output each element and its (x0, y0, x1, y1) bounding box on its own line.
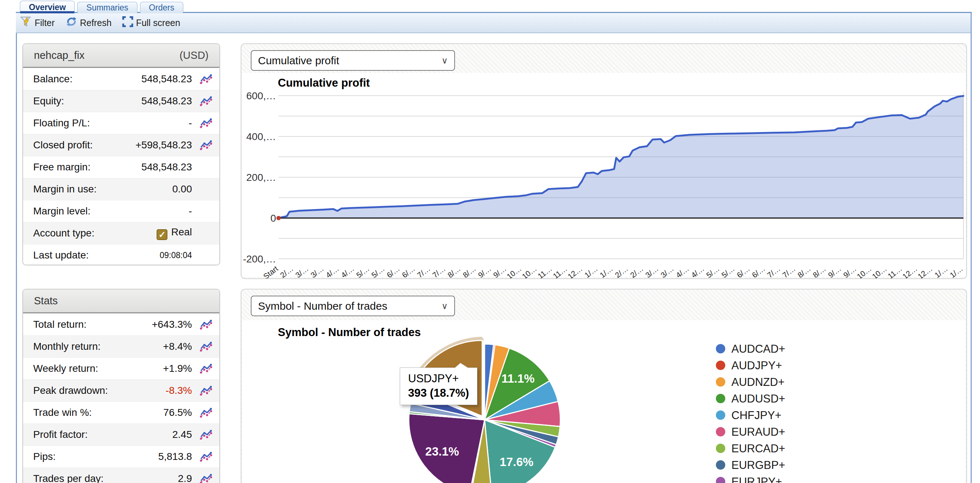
row-value: 2.45 (172, 429, 192, 440)
tooltip-value: 393 (18.7%) (408, 387, 469, 400)
table-row: Peak drawdown: -8.3% (23, 379, 220, 402)
svg-text:600,…: 600,… (247, 90, 277, 102)
series-start-dot (277, 216, 281, 220)
content-left-border (16, 12, 17, 483)
svg-text:EURAUD+: EURAUD+ (732, 426, 785, 438)
row-value: 0.00 (172, 183, 192, 195)
table-row: Floating P/L: - (23, 112, 220, 134)
fullscreen-label: Full screen (136, 18, 180, 28)
row-label: Account type: (33, 228, 157, 239)
stats-panel: Stats Total return: +643.3% Monthly retu… (22, 289, 220, 483)
svg-text:200,…: 200,… (247, 172, 277, 183)
real-account-checkbox-icon: ✓ (157, 229, 167, 240)
pie-chart-panel: 11.1%17.6%23.1%18.7% AUDCAD+ AUDJPY+ AUD… (241, 289, 967, 483)
tab-summaries[interactable]: Summaries (77, 2, 137, 13)
mini-chart-icon[interactable] (199, 73, 213, 85)
row-label: Equity: (33, 95, 142, 107)
tooltip-symbol: USDJPY+ (408, 372, 469, 385)
row-label: Free margin: (33, 161, 142, 173)
svg-text:400,…: 400,… (247, 131, 277, 142)
svg-text:CHFJPY+: CHFJPY+ (732, 409, 781, 422)
table-row: Margin in use: 0.00 (23, 178, 220, 200)
svg-text:AUDUSD+: AUDUSD+ (732, 392, 785, 405)
account-name: nehcap_fix (34, 49, 84, 61)
stats-panel-header: Stats (23, 290, 220, 313)
mini-chart-icon[interactable] (199, 385, 213, 396)
tab-orders[interactable]: Orders (140, 2, 183, 13)
table-row: Monthly return: +8.4% (23, 335, 220, 357)
tab-bar: OverviewSummariesOrders (20, 1, 183, 13)
svg-text:AUDJPY+: AUDJPY+ (732, 359, 782, 372)
mini-chart-icon[interactable] (199, 117, 213, 129)
row-label: Total return: (33, 319, 152, 330)
mini-chart-icon[interactable] (199, 363, 213, 375)
svg-text:EURCAD+: EURCAD+ (732, 442, 785, 455)
row-value: +643.3% (152, 319, 192, 330)
table-row: Trades per day: 2.9 (23, 467, 220, 483)
fullscreen-icon (123, 16, 133, 29)
row-icon-slot (197, 471, 215, 483)
row-icon-slot (197, 361, 215, 376)
mini-chart-icon[interactable] (199, 319, 213, 330)
refresh-label: Refresh (80, 18, 112, 28)
svg-text:0: 0 (270, 213, 276, 224)
pie-chart-select[interactable]: Symbol - Number of trades ∨ (251, 296, 455, 316)
row-label: Pips: (33, 451, 158, 462)
filter-icon (20, 16, 32, 30)
row-value: 76.5% (164, 407, 192, 418)
profit-chart-select[interactable]: Cumulative profit ∨ (251, 50, 455, 71)
table-row: Account type: ✓Real (23, 222, 220, 244)
row-icon-slot (197, 182, 215, 197)
refresh-button[interactable]: Refresh (66, 16, 112, 30)
pie-tooltip: USDJPY+ 393 (18.7%) (400, 368, 477, 405)
row-icon-slot (197, 115, 215, 131)
row-value: 548,548.23 (142, 73, 192, 85)
row-value: +598,548.23 (136, 139, 192, 151)
symbol-pie-chart: 11.1%17.6%23.1%18.7% AUDCAD+ AUDJPY+ AUD… (242, 290, 966, 483)
pie-chart-title: Symbol - Number of trades (278, 326, 421, 339)
row-icon-slot (197, 405, 215, 420)
mini-chart-icon[interactable] (199, 451, 213, 462)
row-label: Floating P/L: (33, 117, 189, 129)
svg-text:AUDCAD+: AUDCAD+ (732, 343, 785, 355)
fullscreen-button[interactable]: Full screen (123, 16, 180, 29)
row-label: Profit factor: (33, 429, 172, 440)
table-row: Last update: 09:08:04 (23, 244, 220, 265)
mini-chart-icon[interactable] (199, 341, 213, 352)
row-icon-slot (197, 427, 215, 442)
row-icon-slot (197, 449, 215, 464)
table-row: Weekly return: +1.9% (23, 357, 220, 379)
table-row: Total return: +643.3% (23, 313, 220, 335)
tooltip-pointer (455, 363, 468, 368)
row-label: Last update: (33, 249, 159, 261)
row-icon-slot (197, 226, 215, 241)
mini-chart-icon[interactable] (199, 95, 213, 107)
row-icon-slot (197, 137, 215, 153)
profit-chart-select-value: Cumulative profit (258, 54, 339, 67)
row-label: Trade win %: (33, 407, 164, 418)
row-icon-slot (197, 248, 215, 263)
row-value: ✓Real (157, 226, 192, 240)
stats-rows: Total return: +643.3% Monthly return: +8… (23, 313, 220, 483)
mini-chart-icon[interactable] (199, 407, 213, 418)
tab-overview[interactable]: Overview (20, 1, 75, 13)
svg-text:EURGBP+: EURGBP+ (732, 459, 785, 472)
row-icon-slot (197, 159, 215, 175)
row-label: Balance: (33, 73, 142, 85)
table-row: Margin level: - (23, 200, 220, 222)
mini-chart-icon[interactable] (199, 139, 213, 151)
pie-slice-label: 11.1% (501, 372, 535, 385)
filter-button[interactable]: Filter (20, 16, 55, 30)
table-row: Equity: 548,548.23 (23, 90, 220, 112)
row-label: Closed profit: (33, 139, 136, 151)
svg-text:-200,…: -200,… (243, 253, 276, 265)
table-row: Free margin: 548,548.23 (23, 156, 220, 178)
row-value: 5,813.8 (158, 451, 192, 462)
table-row: Closed profit: +598,548.23 (23, 134, 220, 156)
row-icon-slot (197, 317, 215, 332)
svg-text:EURJPY+: EURJPY+ (732, 475, 782, 483)
mini-chart-icon[interactable] (199, 429, 213, 440)
mini-chart-icon[interactable] (199, 473, 213, 483)
row-value: - (189, 117, 192, 129)
account-panel-header: nehcap_fix (USD) (23, 44, 220, 68)
